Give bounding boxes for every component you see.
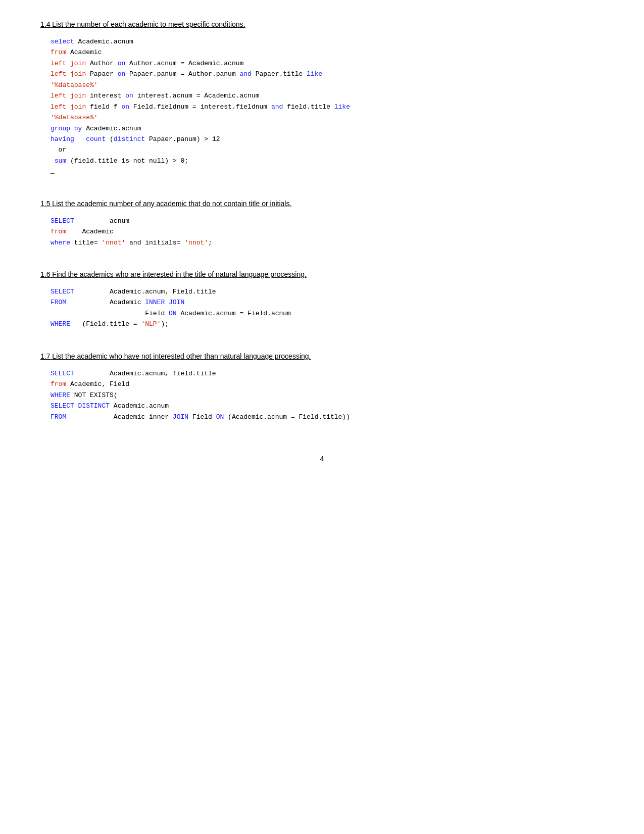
section-1-7-text: List the academic who have not intereste… — [52, 352, 311, 360]
code-block-1-5: SELECT acnum from Academic where title= … — [51, 214, 604, 250]
section-1-4-number: 1.4 — [40, 20, 50, 28]
code-block-1-4: select Academic.acnum from Academic left… — [51, 34, 604, 168]
section-1-6-text: Find the academics who are interested in… — [52, 270, 307, 278]
code-block-1-6: SELECT Academic.acnum, Field.title FROM … — [51, 284, 604, 332]
section-1-5: 1.5 List the academic number of any acad… — [40, 200, 604, 250]
section-1-4: 1.4 List the number of each academic to … — [40, 20, 604, 179]
section-1-4-text: List the number of each academic to meet… — [52, 20, 245, 28]
section-1-7-number: 1.7 — [40, 352, 50, 360]
section-1-5-title: 1.5 List the academic number of any acad… — [40, 200, 604, 208]
section-1-7-title: 1.7 List the academic who have not inter… — [40, 352, 604, 360]
section-1-6-title: 1.6 Find the academics who are intereste… — [40, 270, 604, 278]
page-number: 4 — [40, 455, 604, 463]
section-1-5-text: List the academic number of any academic… — [52, 200, 291, 208]
section-1-6: 1.6 Find the academics who are intereste… — [40, 270, 604, 332]
cursor-line: ─ — [51, 168, 604, 179]
section-1-7: 1.7 List the academic who have not inter… — [40, 352, 604, 424]
section-1-6-number: 1.6 — [40, 270, 50, 278]
section-1-4-title: 1.4 List the number of each academic to … — [40, 20, 604, 28]
section-1-5-number: 1.5 — [40, 200, 50, 208]
code-block-1-7: SELECT Academic.acnum, field.title from … — [51, 366, 604, 424]
